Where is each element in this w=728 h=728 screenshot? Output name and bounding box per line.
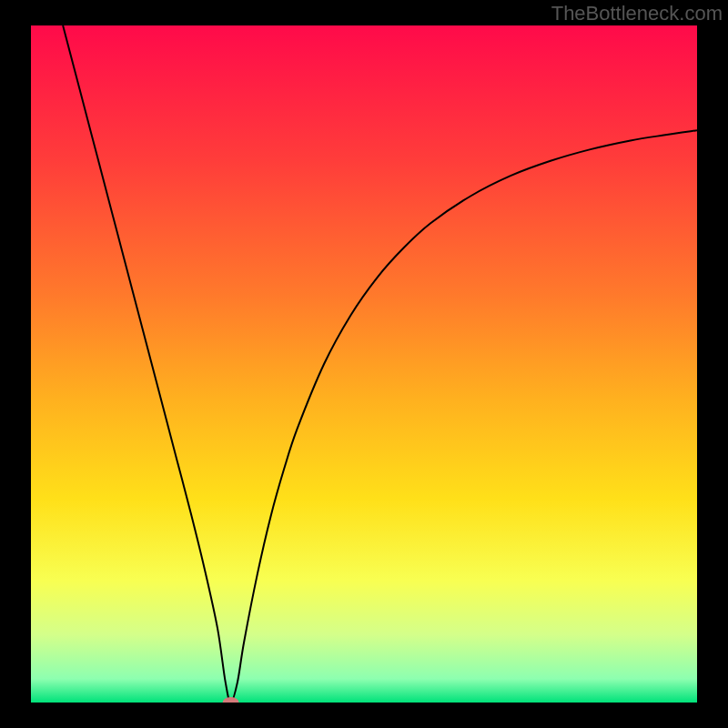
- chart-canvas: [0, 0, 728, 728]
- chart-plot-background: [31, 25, 697, 703]
- bottleneck-chart: TheBottleneck.com: [0, 0, 728, 728]
- watermark-text: TheBottleneck.com: [551, 2, 723, 25]
